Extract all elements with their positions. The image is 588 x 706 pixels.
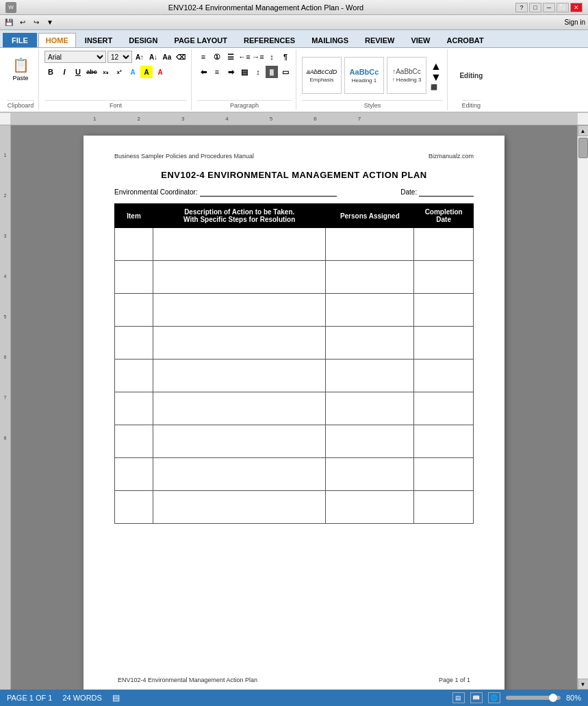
view-normal-button[interactable]: ▤	[452, 692, 465, 703]
desc-cell[interactable]	[153, 491, 326, 524]
completion-cell[interactable]	[414, 360, 474, 392]
superscript-button[interactable]: x²	[113, 66, 125, 78]
view-read-button[interactable]: 📖	[470, 692, 483, 703]
tab-view[interactable]: VIEW	[403, 33, 437, 47]
coordinator-field[interactable]	[200, 188, 337, 197]
style-heading3-preview: ↑AaBbCc	[392, 68, 421, 75]
help-button[interactable]: ?	[515, 3, 528, 12]
font-style-row: B I U abc x₂ x² A A A	[44, 66, 166, 78]
tab-review[interactable]: REVIEW	[357, 33, 402, 47]
tab-file[interactable]: FILE	[3, 33, 37, 47]
completion-cell[interactable]	[414, 458, 474, 491]
justify-button[interactable]: ▤	[238, 66, 251, 78]
style-heading1[interactable]: AaBbCc Heading 1	[344, 57, 384, 94]
persons-cell[interactable]	[326, 228, 414, 261]
sign-in-link[interactable]: Sign in	[564, 18, 585, 26]
minimize-button[interactable]: ─	[543, 3, 555, 12]
tab-design[interactable]: DESIGN	[121, 33, 165, 47]
scroll-up-button[interactable]: ▲	[578, 125, 589, 136]
desc-cell[interactable]	[153, 228, 326, 261]
persons-cell[interactable]	[326, 425, 414, 458]
sort-button[interactable]: ↕	[266, 51, 278, 63]
align-center-button[interactable]: ≡	[211, 66, 223, 78]
item-cell	[115, 491, 153, 524]
persons-cell[interactable]	[326, 360, 414, 392]
persons-cell[interactable]	[326, 261, 414, 294]
italic-button[interactable]: I	[58, 66, 71, 78]
layout-icon[interactable]: ▤	[112, 693, 120, 703]
desc-cell[interactable]	[153, 327, 326, 360]
tab-home[interactable]: HOME	[38, 33, 76, 47]
border-button[interactable]: ▭	[279, 66, 292, 78]
completion-cell[interactable]	[414, 294, 474, 327]
zoom-thumb[interactable]	[549, 694, 557, 702]
desc-cell[interactable]	[153, 458, 326, 491]
tab-references[interactable]: REFERENCES	[236, 33, 303, 47]
desc-cell[interactable]	[153, 392, 326, 425]
view-web-button[interactable]: 🌐	[488, 692, 500, 703]
desc-cell[interactable]	[153, 261, 326, 294]
font-name-select[interactable]: Arial	[44, 51, 106, 63]
styles-more-button[interactable]: ▲ ▼ ⬛	[429, 60, 443, 92]
bullets-button[interactable]: ≡	[197, 51, 209, 63]
show-marks-button[interactable]: ¶	[279, 51, 292, 63]
maximize-button[interactable]: ⬜	[557, 3, 569, 12]
text-effect-button[interactable]: A	[127, 66, 139, 78]
scroll-down-button[interactable]: ▼	[578, 679, 589, 690]
completion-cell[interactable]	[414, 327, 474, 360]
grow-font-button[interactable]: A↑	[133, 51, 146, 63]
completion-cell[interactable]	[414, 425, 474, 458]
underline-button[interactable]: U	[72, 66, 84, 78]
font-case-button[interactable]: Aa	[161, 51, 173, 63]
shrink-font-button[interactable]: A↓	[147, 51, 159, 63]
multilevel-button[interactable]: ☰	[225, 51, 237, 63]
tab-page-layout[interactable]: PAGE LAYOUT	[166, 33, 235, 47]
font-size-select[interactable]: 12	[107, 51, 132, 63]
align-left-button[interactable]: ⬅	[197, 66, 209, 78]
persons-cell[interactable]	[326, 327, 414, 360]
highlight-button[interactable]: A	[140, 66, 153, 78]
close-button[interactable]: ✕	[570, 3, 583, 12]
align-right-button[interactable]: ➡	[225, 66, 237, 78]
action-table: Item Description of Action to be Taken.W…	[114, 203, 474, 524]
clear-format-button[interactable]: ⌫	[175, 51, 187, 63]
persons-cell[interactable]	[326, 458, 414, 491]
shading-button[interactable]: ▓	[266, 66, 278, 78]
save-quick-button[interactable]: 💾	[3, 16, 15, 29]
coordinator-line: Environmental Coordinator: Date:	[114, 188, 474, 197]
increase-indent-button[interactable]: →≡	[252, 51, 264, 63]
strikethrough-button[interactable]: abc	[86, 66, 98, 78]
item-cell	[115, 327, 153, 360]
numbering-button[interactable]: ①	[211, 51, 223, 63]
bold-button[interactable]: B	[44, 66, 57, 78]
date-field[interactable]	[419, 188, 474, 197]
tab-acrobat[interactable]: ACROBAT	[439, 33, 491, 47]
completion-cell[interactable]	[414, 261, 474, 294]
paste-button[interactable]: 📋 Paste	[7, 51, 34, 88]
style-emphasis[interactable]: aAbBcCdD Emphasis	[302, 57, 342, 94]
font-color-button[interactable]: A	[154, 66, 166, 78]
desc-cell[interactable]	[153, 294, 326, 327]
scroll-thumb[interactable]	[578, 138, 588, 158]
scrollbar-vertical[interactable]: ▲ ▼	[577, 125, 588, 690]
persons-cell[interactable]	[326, 392, 414, 425]
persons-cell[interactable]	[326, 491, 414, 524]
tab-mailings[interactable]: MAILINGS	[304, 33, 356, 47]
desc-cell[interactable]	[153, 360, 326, 392]
decrease-indent-button[interactable]: ←≡	[238, 51, 251, 63]
style-heading3[interactable]: ↑AaBbCc ↑ Heading 3	[387, 57, 426, 94]
restore-button[interactable]: □	[529, 3, 541, 12]
redo-quick-button[interactable]: ↪	[30, 16, 42, 29]
completion-cell[interactable]	[414, 228, 474, 261]
persons-cell[interactable]	[326, 294, 414, 327]
subscript-button[interactable]: x₂	[99, 66, 112, 78]
completion-cell[interactable]	[414, 392, 474, 425]
document-page[interactable]: Business Sampler Policies and Procedures…	[84, 136, 504, 690]
quick-access-more[interactable]: ▼	[44, 16, 56, 29]
tab-insert[interactable]: INSERT	[77, 33, 120, 47]
desc-cell[interactable]	[153, 425, 326, 458]
undo-quick-button[interactable]: ↩	[16, 16, 29, 29]
line-spacing-button[interactable]: ↕	[252, 66, 264, 78]
completion-cell[interactable]	[414, 491, 474, 524]
zoom-slider[interactable]	[506, 696, 561, 700]
